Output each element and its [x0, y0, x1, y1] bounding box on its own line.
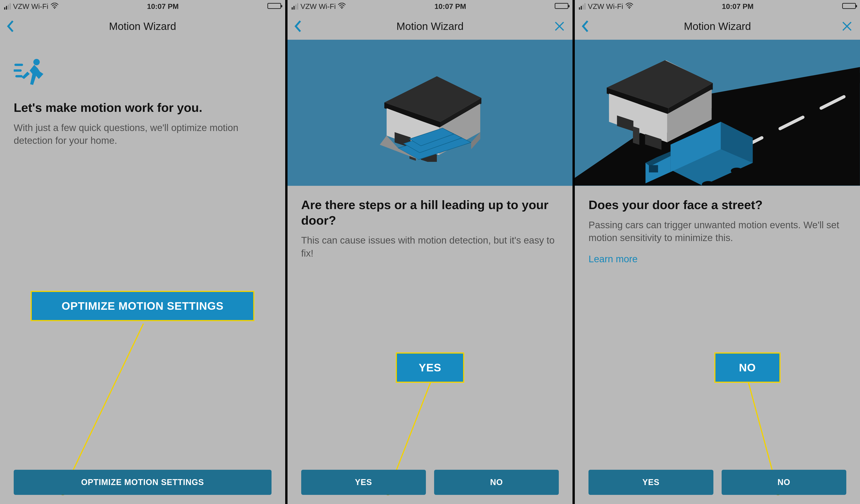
cellular-signal-icon [4, 3, 11, 10]
battery-icon [268, 3, 281, 9]
question-heading: Are there steps or a hill leading up to … [301, 197, 559, 228]
question-subtext: Passing cars can trigger unwanted motion… [588, 219, 846, 244]
svg-point-52 [731, 168, 743, 174]
wifi-icon [338, 2, 346, 10]
intro-subtext: With just a few quick questions, we'll o… [14, 121, 272, 147]
bottom-action-bar: YES NO [575, 470, 860, 495]
bottom-action-bar: YES NO [287, 470, 573, 495]
close-button[interactable] [553, 20, 565, 32]
page-title: Motion Wizard [109, 20, 176, 32]
svg-point-7 [341, 8, 343, 9]
house-with-steps-illustration [287, 40, 573, 186]
screen-2-steps-question: VZW Wi-Fi 10:07 PM Motion Wizard [287, 0, 575, 504]
carrier-label: VZW Wi-Fi [588, 2, 623, 11]
motion-runner-icon [14, 58, 272, 89]
svg-point-0 [54, 8, 55, 9]
battery-icon [555, 3, 569, 9]
yes-cta-highlight[interactable]: YES [396, 352, 464, 383]
page-title: Motion Wizard [397, 20, 463, 32]
carrier-label: VZW Wi-Fi [13, 2, 48, 11]
nav-header: Motion Wizard [575, 13, 860, 40]
carrier-label: VZW Wi-Fi [301, 2, 336, 11]
close-button[interactable] [841, 20, 853, 32]
bottom-action-bar: OPTIMIZE MOTION SETTINGS [0, 470, 285, 495]
house-with-road-truck-illustration [575, 40, 860, 186]
status-bar: VZW Wi-Fi 10:07 PM [575, 0, 860, 13]
svg-rect-43 [633, 126, 640, 145]
learn-more-link[interactable]: Learn more [588, 254, 637, 264]
status-bar: VZW Wi-Fi 10:07 PM [287, 0, 573, 13]
clock-label: 10:07 PM [722, 2, 754, 11]
intro-heading: Let's make motion work for you. [14, 100, 272, 115]
nav-header: Motion Wizard [287, 13, 573, 40]
svg-point-1 [33, 59, 40, 65]
question-heading: Does your door face a street? [588, 197, 846, 213]
cellular-signal-icon [579, 3, 586, 10]
no-cta-highlight[interactable]: NO [714, 352, 780, 383]
back-button[interactable] [581, 19, 590, 33]
screen-1-intro: VZW Wi-Fi 10:07 PM Motion Wizard [0, 0, 287, 504]
yes-button[interactable]: YES [588, 470, 713, 495]
yes-button[interactable]: YES [301, 470, 426, 495]
wifi-icon [626, 2, 633, 10]
no-button[interactable]: NO [434, 470, 559, 495]
optimize-cta-highlight[interactable]: OPTIMIZE MOTION SETTINGS [31, 291, 254, 321]
no-button[interactable]: NO [721, 470, 846, 495]
question-subtext: This can cause issues with motion detect… [301, 234, 559, 260]
clock-label: 10:07 PM [434, 2, 466, 11]
svg-rect-49 [649, 165, 658, 172]
status-bar: VZW Wi-Fi 10:07 PM [0, 0, 285, 13]
nav-header: Motion Wizard [0, 13, 285, 40]
wifi-icon [51, 2, 58, 10]
back-button[interactable] [6, 19, 15, 33]
optimize-button[interactable]: OPTIMIZE MOTION SETTINGS [14, 470, 272, 495]
back-button[interactable] [293, 19, 303, 33]
svg-line-5 [63, 324, 143, 492]
screen-3-street-question: VZW Wi-Fi 10:07 PM Motion Wizard [575, 0, 860, 504]
cellular-signal-icon [291, 3, 298, 10]
svg-point-26 [629, 8, 630, 9]
page-title: Motion Wizard [684, 20, 751, 32]
clock-label: 10:07 PM [147, 2, 179, 11]
battery-icon [842, 3, 856, 9]
